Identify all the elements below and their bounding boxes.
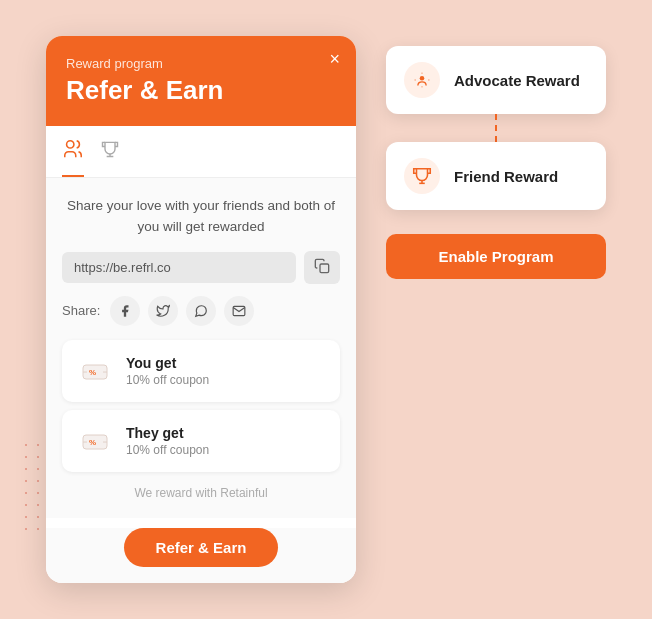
you-get-text: You get 10% off coupon <box>126 355 209 387</box>
share-label: Share: <box>62 303 100 318</box>
card-title: Refer & Earn <box>66 75 336 106</box>
tab-people[interactable] <box>62 138 84 177</box>
friend-icon <box>404 158 440 194</box>
ticket-icon-they: % <box>76 422 114 460</box>
tab-trophy[interactable] <box>100 139 120 176</box>
share-row: Share: <box>62 296 340 326</box>
url-row <box>62 251 340 284</box>
advocate-icon <box>404 62 440 98</box>
advocate-reward-card[interactable]: Advocate Reward <box>386 46 606 114</box>
you-get-subtitle: 10% off coupon <box>126 373 209 387</box>
they-get-card: % They get 10% off coupon <box>62 410 340 472</box>
they-get-subtitle: 10% off coupon <box>126 443 209 457</box>
you-get-card: % You get 10% off coupon <box>62 340 340 402</box>
people-icon <box>62 138 84 165</box>
facebook-share-button[interactable] <box>110 296 140 326</box>
trophy-tab-icon <box>100 139 120 164</box>
svg-point-9 <box>420 76 425 81</box>
they-get-text: They get 10% off coupon <box>126 425 209 457</box>
ticket-icon-you: % <box>76 352 114 390</box>
right-panel: Advocate Reward Friend Reward Enable Pro… <box>386 36 606 279</box>
svg-text:%: % <box>89 438 96 447</box>
svg-rect-3 <box>320 264 329 273</box>
whatsapp-share-button[interactable] <box>186 296 216 326</box>
close-button[interactable]: × <box>329 50 340 68</box>
copy-button[interactable] <box>304 251 340 284</box>
reward-card: Reward program Refer & Earn × <box>46 36 356 583</box>
twitter-share-button[interactable] <box>148 296 178 326</box>
refer-earn-button[interactable]: Refer & Earn <box>124 528 279 567</box>
svg-text:%: % <box>89 368 96 377</box>
advocate-reward-label: Advocate Reward <box>454 72 580 89</box>
card-description: Share your love with your friends and bo… <box>62 196 340 237</box>
email-share-button[interactable] <box>224 296 254 326</box>
share-icons <box>110 296 254 326</box>
they-get-title: They get <box>126 425 209 441</box>
you-get-title: You get <box>126 355 209 371</box>
connector-line <box>495 114 497 142</box>
card-header: Reward program Refer & Earn × <box>46 36 356 126</box>
powered-by-text: We reward with Retainful <box>62 486 340 500</box>
refer-btn-wrap: Refer & Earn <box>46 528 356 583</box>
enable-program-button[interactable]: Enable Program <box>386 234 606 279</box>
friend-reward-label: Friend Reward <box>454 168 558 185</box>
friend-reward-card[interactable]: Friend Reward <box>386 142 606 210</box>
card-body: Share your love with your friends and bo… <box>46 178 356 518</box>
card-tabs <box>46 126 356 178</box>
main-container: Reward program Refer & Earn × <box>46 36 606 583</box>
card-subtitle: Reward program <box>66 56 336 71</box>
referral-url-input[interactable] <box>62 252 296 283</box>
svg-point-0 <box>67 141 74 148</box>
reward-cards: % You get 10% off coupon % <box>62 340 340 472</box>
